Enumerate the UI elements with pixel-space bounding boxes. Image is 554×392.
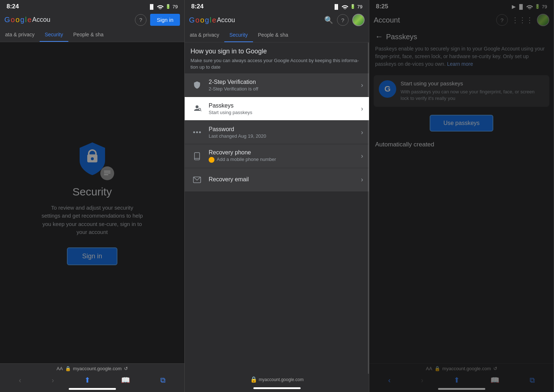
- svg-point-11: [199, 132, 201, 133]
- home-indicator-3: [438, 388, 485, 390]
- back-btn-3[interactable]: ‹: [388, 376, 391, 384]
- nav-icons-3: ? ⋮⋮⋮: [496, 14, 549, 26]
- scrollbar-2: [368, 43, 369, 374]
- share-icon-3[interactable]: ⬆: [454, 376, 460, 384]
- phone-2: 8:24 ▐▌ 🔋 79 Google Accou 🔍 ? ata & priv…: [185, 0, 369, 392]
- nav-bar-2: Google Accou 🔍 ?: [185, 12, 369, 28]
- tabs-icon-1[interactable]: ⧉: [160, 376, 165, 384]
- help-icon-1[interactable]: ?: [135, 14, 146, 26]
- nav-icons-2: 🔍 ?: [324, 14, 365, 26]
- svg-rect-3: [104, 171, 111, 171]
- recovery-email-title: Recovery email: [209, 176, 361, 183]
- list-item-2step[interactable]: 2-Step Verification 2-Step Verification …: [185, 73, 369, 97]
- grid-icon-3[interactable]: ⋮⋮⋮: [511, 16, 533, 24]
- status-icons-3: ▶ ▐▌ 🔋 79: [512, 4, 547, 9]
- list-item-password[interactable]: Password Last changed Aug 19, 2020 ›: [185, 121, 369, 144]
- home-indicator-2: [253, 387, 301, 389]
- avatar-2[interactable]: [352, 14, 365, 26]
- g-shield-icon: G: [379, 80, 396, 98]
- tab-security-1[interactable]: Security: [40, 28, 68, 42]
- search-icon-2[interactable]: 🔍: [324, 16, 333, 24]
- password-dots-icon: [193, 129, 201, 136]
- forward-btn-3[interactable]: ›: [421, 376, 423, 384]
- help-icon-2[interactable]: ?: [337, 14, 349, 26]
- 2step-sub: 2-Step Verification is off: [209, 86, 361, 92]
- password-title: Password: [209, 126, 361, 133]
- passkeys-page-title: Passkeys: [386, 33, 417, 41]
- svg-point-10: [196, 132, 198, 133]
- help-icon-3[interactable]: ?: [496, 14, 508, 26]
- list-badge-icon: [100, 166, 114, 180]
- bookmarks-icon-3[interactable]: 📖: [490, 376, 499, 384]
- bottom-bar-3: AA 🔒 myaccount.google.com ↺ ‹ › ⬆ 📖 ⧉: [369, 363, 554, 392]
- status-time-2: 8:24: [191, 3, 204, 10]
- mobile-phone-icon: [193, 152, 201, 160]
- start-passkeys-desc: With passkeys you can now use your finge…: [401, 89, 544, 102]
- location-icon-3: ▶: [512, 4, 516, 9]
- recovery-phone-sub: Add a mobile phone number: [209, 157, 361, 163]
- back-btn-1[interactable]: ‹: [19, 376, 21, 384]
- tabs-icon-3[interactable]: ⧉: [530, 376, 535, 384]
- url-bar-1: AA 🔒 myaccount.google.com ↺: [4, 366, 181, 371]
- start-passkeys-title: Start using your passkeys: [401, 80, 544, 86]
- tab-security-2[interactable]: Security: [224, 28, 253, 42]
- email-icon: [190, 173, 204, 186]
- svg-line-8: [201, 110, 201, 111]
- tabs-2: ata & privacy Security People & sha: [185, 28, 369, 43]
- list-item-recovery-phone[interactable]: Recovery phone Add a mobile phone number…: [185, 144, 369, 168]
- envelope-icon: [193, 177, 201, 183]
- account-title-3: Account: [374, 16, 400, 24]
- wifi-icon-2: [342, 4, 348, 9]
- tab-data-privacy-2[interactable]: ata & privacy: [185, 28, 224, 42]
- tab-people-2[interactable]: People & sha: [253, 28, 293, 42]
- sign-in-button-1[interactable]: Sign in: [150, 14, 180, 26]
- bottom-url-2: 🔒 myaccount.google.com: [185, 374, 369, 385]
- list-item-passkeys-text: Passkeys Start using passkeys: [209, 102, 361, 115]
- phone-3: 8:25 ▶ ▐▌ 🔋 79 Account ? ⋮⋮⋮ ← Passkeys …: [369, 0, 554, 392]
- reload-icon-3[interactable]: ↺: [493, 366, 497, 371]
- back-header: ← Passkeys: [369, 28, 554, 45]
- tab-people-1[interactable]: People & sha: [68, 28, 109, 42]
- battery-pct-3: 79: [542, 4, 547, 9]
- share-icon-1[interactable]: ⬆: [84, 376, 91, 384]
- battery-pct-2: 79: [357, 4, 362, 9]
- url-bar-3: AA 🔒 myaccount.google.com ↺: [373, 366, 550, 371]
- signal-icon-3: ▐▌: [518, 4, 524, 9]
- url-text-1: myaccount.google.com: [73, 366, 122, 371]
- section-desc-2: Make sure you can always access your Goo…: [190, 57, 363, 70]
- url-text-2: myaccount.google.com: [259, 377, 304, 382]
- phone-icon: [190, 150, 204, 163]
- passkeys-content: ← Passkeys Passkeys enable you to secure…: [369, 28, 554, 363]
- svg-point-2: [91, 157, 94, 160]
- list-item-passkeys[interactable]: Passkeys Start using passkeys ›: [185, 97, 369, 121]
- signal-icon-2: ▐▌: [333, 4, 340, 9]
- sign-in-center-button[interactable]: Sign in: [67, 247, 117, 265]
- avatar-3[interactable]: [537, 14, 549, 26]
- reload-icon-1[interactable]: ↺: [124, 366, 128, 371]
- google-logo-1: Google Accou: [4, 16, 51, 24]
- status-icons-2: ▐▌ 🔋 79: [333, 4, 362, 9]
- chevron-password: ›: [361, 129, 363, 136]
- bookmarks-icon-1[interactable]: 📖: [121, 376, 130, 384]
- status-bar-3: 8:25 ▶ ▐▌ 🔋 79: [369, 0, 554, 12]
- svg-rect-5: [104, 174, 108, 175]
- forward-btn-1[interactable]: ›: [52, 376, 54, 384]
- learn-more-link[interactable]: Learn more: [447, 61, 473, 67]
- list-icon: [103, 170, 111, 177]
- two-step-icon: [193, 81, 201, 89]
- status-bar-2: 8:24 ▐▌ 🔋 79: [185, 0, 369, 12]
- use-passkeys-button[interactable]: Use passkeys: [430, 115, 494, 132]
- wifi-icon-3: [526, 4, 533, 9]
- passkey-start-card: G Start using your passkeys With passkey…: [374, 75, 549, 107]
- passkey-person-icon: [193, 104, 201, 113]
- nav-controls-1: ‹ › ⬆ 📖 ⧉: [4, 374, 181, 386]
- list-item-recovery-email[interactable]: Recovery email ›: [185, 168, 369, 192]
- phone1-content-area: Security To review and adjust your secur…: [0, 42, 184, 363]
- tab-data-privacy-1[interactable]: ata & privacy: [0, 28, 40, 42]
- battery-icon-2: 🔋: [350, 4, 356, 9]
- battery-icon-3: 🔋: [535, 4, 540, 9]
- back-arrow-btn[interactable]: ←: [375, 32, 383, 41]
- list-item-password-text: Password Last changed Aug 19, 2020: [209, 126, 361, 139]
- aa-label-1: AA: [56, 366, 63, 371]
- status-time-1: 8:24: [7, 3, 19, 10]
